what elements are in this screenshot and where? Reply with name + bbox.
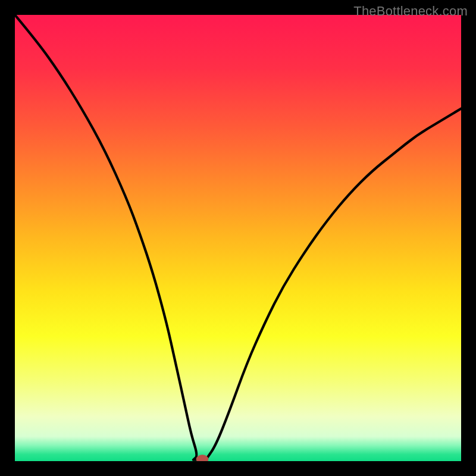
bottleneck-curve	[15, 15, 461, 460]
chart-frame: TheBottleneck.com	[0, 0, 476, 476]
balance-marker	[196, 455, 208, 461]
watermark-text: TheBottleneck.com	[353, 4, 468, 19]
plot-area	[15, 15, 461, 461]
curve-layer	[15, 15, 461, 461]
